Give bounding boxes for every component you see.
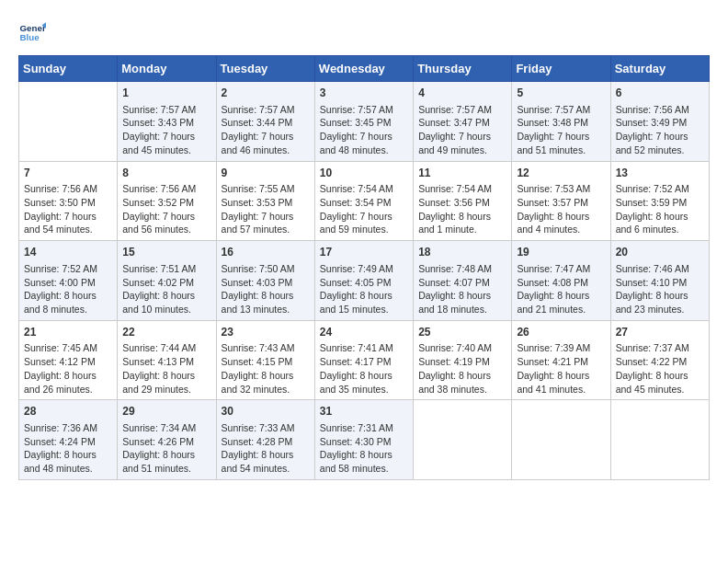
day-number: 12 xyxy=(517,166,605,181)
cell-content: Sunrise: 7:36 AM Sunset: 4:24 PM Dayligh… xyxy=(24,421,112,476)
header-friday: Friday xyxy=(512,56,610,82)
cell-content: Sunrise: 7:56 AM Sunset: 3:50 PM Dayligh… xyxy=(24,182,112,236)
calendar-cell: 14Sunrise: 7:52 AM Sunset: 4:00 PM Dayli… xyxy=(19,241,118,321)
calendar-cell: 23Sunrise: 7:43 AM Sunset: 4:15 PM Dayli… xyxy=(216,320,314,400)
calendar-cell xyxy=(610,400,709,480)
calendar-cell: 8Sunrise: 7:56 AM Sunset: 3:52 PM Daylig… xyxy=(118,161,216,241)
svg-text:General: General xyxy=(20,23,47,33)
day-number: 23 xyxy=(222,325,310,340)
calendar-week-4: 21Sunrise: 7:45 AM Sunset: 4:12 PM Dayli… xyxy=(19,320,710,400)
calendar-cell: 30Sunrise: 7:33 AM Sunset: 4:28 PM Dayli… xyxy=(216,400,314,480)
day-number: 18 xyxy=(418,245,506,260)
calendar-cell: 28Sunrise: 7:36 AM Sunset: 4:24 PM Dayli… xyxy=(19,400,118,480)
calendar-cell: 26Sunrise: 7:39 AM Sunset: 4:21 PM Dayli… xyxy=(512,320,610,400)
calendar-cell: 25Sunrise: 7:40 AM Sunset: 4:19 PM Dayli… xyxy=(414,320,512,400)
calendar-cell: 21Sunrise: 7:45 AM Sunset: 4:12 PM Dayli… xyxy=(19,320,118,400)
day-number: 25 xyxy=(418,325,506,340)
day-number: 8 xyxy=(122,166,210,181)
cell-content: Sunrise: 7:41 AM Sunset: 4:17 PM Dayligh… xyxy=(320,341,408,396)
header-tuesday: Tuesday xyxy=(216,56,314,82)
calendar-cell xyxy=(414,400,512,480)
day-number: 22 xyxy=(122,325,210,340)
day-number: 10 xyxy=(320,166,408,181)
cell-content: Sunrise: 7:57 AM Sunset: 3:45 PM Dayligh… xyxy=(320,103,408,157)
day-number: 1 xyxy=(122,86,210,101)
calendar-cell: 15Sunrise: 7:51 AM Sunset: 4:02 PM Dayli… xyxy=(118,241,216,321)
header-thursday: Thursday xyxy=(414,56,512,82)
header-saturday: Saturday xyxy=(610,56,709,82)
cell-content: Sunrise: 7:50 AM Sunset: 4:03 PM Dayligh… xyxy=(222,262,310,316)
calendar-cell: 10Sunrise: 7:54 AM Sunset: 3:54 PM Dayli… xyxy=(314,161,413,241)
day-number: 15 xyxy=(122,245,210,260)
cell-content: Sunrise: 7:44 AM Sunset: 4:13 PM Dayligh… xyxy=(122,341,210,396)
calendar-cell: 17Sunrise: 7:49 AM Sunset: 4:05 PM Dayli… xyxy=(314,241,413,321)
calendar-cell: 20Sunrise: 7:46 AM Sunset: 4:10 PM Dayli… xyxy=(610,241,709,321)
day-number: 26 xyxy=(517,325,605,340)
calendar-cell xyxy=(512,400,610,480)
header-monday: Monday xyxy=(118,56,216,82)
calendar-cell: 5Sunrise: 7:57 AM Sunset: 3:48 PM Daylig… xyxy=(512,82,610,162)
calendar-cell: 16Sunrise: 7:50 AM Sunset: 4:03 PM Dayli… xyxy=(216,241,314,321)
day-number: 5 xyxy=(517,86,605,101)
cell-content: Sunrise: 7:54 AM Sunset: 3:56 PM Dayligh… xyxy=(418,182,506,236)
cell-content: Sunrise: 7:52 AM Sunset: 3:59 PM Dayligh… xyxy=(616,182,704,236)
cell-content: Sunrise: 7:56 AM Sunset: 3:49 PM Dayligh… xyxy=(616,103,704,157)
cell-content: Sunrise: 7:56 AM Sunset: 3:52 PM Dayligh… xyxy=(122,182,210,236)
day-number: 17 xyxy=(320,245,408,260)
calendar-cell: 19Sunrise: 7:47 AM Sunset: 4:08 PM Dayli… xyxy=(512,241,610,321)
calendar-cell: 4Sunrise: 7:57 AM Sunset: 3:47 PM Daylig… xyxy=(414,82,512,162)
cell-content: Sunrise: 7:55 AM Sunset: 3:53 PM Dayligh… xyxy=(222,182,310,236)
calendar-cell: 27Sunrise: 7:37 AM Sunset: 4:22 PM Dayli… xyxy=(610,320,709,400)
cell-content: Sunrise: 7:33 AM Sunset: 4:28 PM Dayligh… xyxy=(222,421,310,476)
day-number: 28 xyxy=(24,404,112,419)
calendar-cell: 2Sunrise: 7:57 AM Sunset: 3:44 PM Daylig… xyxy=(216,82,314,162)
day-number: 16 xyxy=(222,245,310,260)
cell-content: Sunrise: 7:57 AM Sunset: 3:44 PM Dayligh… xyxy=(222,103,310,157)
calendar-table: SundayMondayTuesdayWednesdayThursdayFrid… xyxy=(18,55,710,480)
day-number: 27 xyxy=(616,325,704,340)
calendar-cell: 9Sunrise: 7:55 AM Sunset: 3:53 PM Daylig… xyxy=(216,161,314,241)
cell-content: Sunrise: 7:40 AM Sunset: 4:19 PM Dayligh… xyxy=(418,341,506,396)
day-number: 3 xyxy=(320,86,408,101)
calendar-cell xyxy=(19,82,118,162)
day-number: 30 xyxy=(222,404,310,419)
day-number: 19 xyxy=(517,245,605,260)
calendar-cell: 31Sunrise: 7:31 AM Sunset: 4:30 PM Dayli… xyxy=(314,400,413,480)
day-number: 7 xyxy=(24,166,112,181)
calendar-week-2: 7Sunrise: 7:56 AM Sunset: 3:50 PM Daylig… xyxy=(19,161,710,241)
calendar-cell: 18Sunrise: 7:48 AM Sunset: 4:07 PM Dayli… xyxy=(414,241,512,321)
calendar-week-3: 14Sunrise: 7:52 AM Sunset: 4:00 PM Dayli… xyxy=(19,241,710,321)
cell-content: Sunrise: 7:49 AM Sunset: 4:05 PM Dayligh… xyxy=(320,262,408,316)
calendar-cell: 6Sunrise: 7:56 AM Sunset: 3:49 PM Daylig… xyxy=(610,82,709,162)
cell-content: Sunrise: 7:57 AM Sunset: 3:47 PM Dayligh… xyxy=(418,103,506,157)
calendar-body: 1Sunrise: 7:57 AM Sunset: 3:43 PM Daylig… xyxy=(19,82,710,480)
calendar-header: SundayMondayTuesdayWednesdayThursdayFrid… xyxy=(19,56,710,82)
cell-content: Sunrise: 7:34 AM Sunset: 4:26 PM Dayligh… xyxy=(122,421,210,476)
logo: General Blue xyxy=(18,18,50,46)
calendar-cell: 22Sunrise: 7:44 AM Sunset: 4:13 PM Dayli… xyxy=(118,320,216,400)
cell-content: Sunrise: 7:37 AM Sunset: 4:22 PM Dayligh… xyxy=(616,341,704,396)
calendar-cell: 13Sunrise: 7:52 AM Sunset: 3:59 PM Dayli… xyxy=(610,161,709,241)
day-number: 4 xyxy=(418,86,506,101)
page-header: General Blue xyxy=(18,18,710,46)
day-number: 24 xyxy=(320,325,408,340)
header-wednesday: Wednesday xyxy=(314,56,413,82)
day-number: 31 xyxy=(320,404,408,419)
cell-content: Sunrise: 7:43 AM Sunset: 4:15 PM Dayligh… xyxy=(222,341,310,396)
cell-content: Sunrise: 7:46 AM Sunset: 4:10 PM Dayligh… xyxy=(616,262,704,316)
calendar-cell: 7Sunrise: 7:56 AM Sunset: 3:50 PM Daylig… xyxy=(19,161,118,241)
cell-content: Sunrise: 7:57 AM Sunset: 3:48 PM Dayligh… xyxy=(517,103,605,157)
cell-content: Sunrise: 7:53 AM Sunset: 3:57 PM Dayligh… xyxy=(517,182,605,236)
calendar-cell: 1Sunrise: 7:57 AM Sunset: 3:43 PM Daylig… xyxy=(118,82,216,162)
svg-text:Blue: Blue xyxy=(20,32,40,42)
cell-content: Sunrise: 7:57 AM Sunset: 3:43 PM Dayligh… xyxy=(122,103,210,157)
cell-content: Sunrise: 7:39 AM Sunset: 4:21 PM Dayligh… xyxy=(517,341,605,396)
day-number: 20 xyxy=(616,245,704,260)
calendar-cell: 24Sunrise: 7:41 AM Sunset: 4:17 PM Dayli… xyxy=(314,320,413,400)
cell-content: Sunrise: 7:51 AM Sunset: 4:02 PM Dayligh… xyxy=(122,262,210,316)
calendar-cell: 12Sunrise: 7:53 AM Sunset: 3:57 PM Dayli… xyxy=(512,161,610,241)
day-number: 29 xyxy=(122,404,210,419)
cell-content: Sunrise: 7:54 AM Sunset: 3:54 PM Dayligh… xyxy=(320,182,408,236)
logo-icon: General Blue xyxy=(18,18,46,46)
cell-content: Sunrise: 7:45 AM Sunset: 4:12 PM Dayligh… xyxy=(24,341,112,396)
